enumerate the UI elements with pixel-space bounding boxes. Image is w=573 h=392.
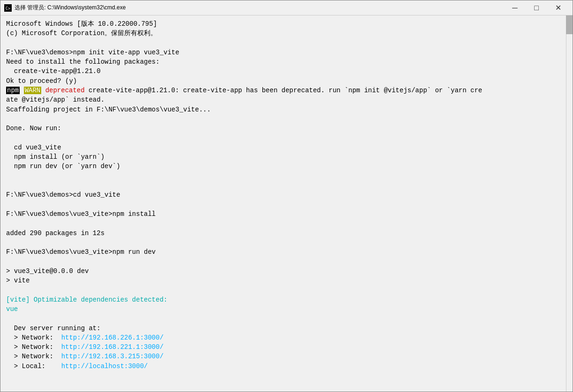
url-local: http://localhost:3000/ (61, 362, 148, 370)
npm-label: npm (6, 87, 20, 94)
line-script-dev: > vue3_vite@0.0.0 dev (6, 266, 567, 276)
line-blank3 (6, 133, 567, 143)
line-npm-init: F:\NF\vue3\demos>npm init vite-app vue3_… (6, 48, 567, 57)
line-blank9 (6, 257, 567, 266)
line-blank5 (6, 181, 567, 190)
line-local: > Local: http://localhost:3000/ (6, 362, 567, 371)
line-blank11 (6, 314, 567, 323)
line-blank2 (6, 114, 567, 124)
url-network1: http://192.168.226.1:3000/ (61, 334, 164, 341)
line-winver: Microsoft Windows [版本 10.0.22000.795] (6, 19, 567, 29)
line-dev-server: Dev server running at: (6, 324, 567, 333)
line-package-name: create-vite-app@1.21.0 (6, 67, 567, 76)
line-blank10 (6, 285, 567, 295)
line-blank8 (6, 238, 567, 247)
line-npm-install-cmd: F:\NF\vue3\demos\vue3_vite>npm install (6, 209, 567, 219)
line-npm-run-dev: F:\NF\vue3\demos\vue3_vite>npm run dev (6, 247, 567, 257)
scrollbar-thumb[interactable] (566, 15, 573, 34)
url-network3: http://192.168.3.215:3000/ (61, 353, 164, 360)
line-npm-install-hint: npm install (or `yarn`) (6, 152, 567, 162)
line-scaffold: Scaffolding project in F:\NF\vue3\demos\… (6, 105, 567, 114)
warn-deprecated-text: deprecated (41, 87, 84, 94)
title-bar-text: 选择 管理员: C:\Windows\system32\cmd.exe (15, 4, 504, 12)
cmd-window: C> 选择 管理员: C:\Windows\system32\cmd.exe ─… (0, 0, 573, 392)
line-network2: > Network: http://192.168.221.1:3000/ (6, 342, 567, 352)
line-vite-cmd: > vite (6, 276, 567, 285)
line-need-install: Need to install the following packages: (6, 57, 567, 67)
maximize-button[interactable]: □ (526, 0, 547, 15)
title-bar-buttons: ─ □ ✕ (504, 0, 569, 15)
line-blank7 (6, 219, 567, 228)
warn-label: WARN (24, 87, 42, 94)
line-blank1 (6, 38, 567, 48)
line-vue: vue (6, 304, 567, 314)
minimize-button[interactable]: ─ (504, 0, 526, 15)
line-warn: npm WARN deprecated create-vite-app@1.21… (6, 86, 567, 95)
line-network1: > Network: http://192.168.226.1:3000/ (6, 333, 567, 342)
close-button[interactable]: ✕ (547, 0, 569, 15)
cmd-icon: C> (4, 4, 12, 12)
line-blank4 (6, 171, 567, 181)
scrollbar-track[interactable] (566, 15, 573, 392)
url-network2: http://192.168.221.1:3000/ (61, 343, 164, 351)
line-vite-optimizable: [vite] Optimizable dependencies detected… (6, 295, 567, 304)
line-cd-cmd: F:\NF\vue3\demos>cd vue3_vite (6, 190, 567, 200)
line-added: added 290 packages in 12s (6, 229, 567, 238)
line-copyright: (c) Microsoft Corporation。保留所有权利。 (6, 29, 567, 38)
line-warn-cont: ate @vitejs/app` instead. (6, 95, 567, 104)
terminal-body[interactable]: Microsoft Windows [版本 10.0.22000.795] (c… (0, 15, 573, 392)
line-npm-run-hint: npm run dev (or `yarn dev`) (6, 162, 567, 171)
title-bar: C> 选择 管理员: C:\Windows\system32\cmd.exe ─… (0, 0, 573, 15)
line-proceed: Ok to proceed? (y) (6, 76, 567, 86)
line-done: Done. Now run: (6, 124, 567, 133)
line-cd: cd vue3_vite (6, 143, 567, 152)
line-network3: > Network: http://192.168.3.215:3000/ (6, 352, 567, 361)
svg-text:C>: C> (6, 6, 11, 10)
line-blank6 (6, 200, 567, 209)
